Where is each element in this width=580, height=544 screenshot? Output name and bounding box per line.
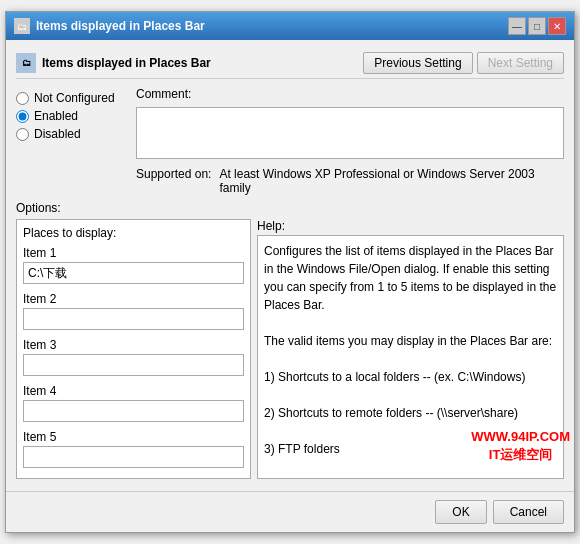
comment-section: Comment: Supported on: At least Windows … [136, 87, 564, 195]
title-bar: 🗂 Items displayed in Places Bar — □ ✕ [6, 12, 574, 40]
help-box[interactable]: Configures the list of items displayed i… [257, 235, 564, 479]
help-label: Help: [257, 219, 564, 233]
places-scroll[interactable]: Places to display: Item 1 Item 2 Item 3 [17, 220, 250, 478]
place-label-5: Item 5 [23, 430, 244, 444]
cancel-button[interactable]: Cancel [493, 500, 564, 524]
comment-label: Comment: [136, 87, 564, 101]
place-item-4: Item 4 [23, 384, 244, 422]
enabled-label: Enabled [34, 109, 78, 123]
two-col-layout: Places to display: Item 1 Item 2 Item 3 [16, 219, 564, 479]
footer: OK Cancel [6, 491, 574, 532]
disabled-radio[interactable] [16, 128, 29, 141]
place-label-2: Item 2 [23, 292, 244, 306]
disabled-option[interactable]: Disabled [16, 127, 136, 141]
options-label: Options: [16, 201, 564, 215]
previous-setting-button[interactable]: Previous Setting [363, 52, 472, 74]
header-row: 🗂 Items displayed in Places Bar Previous… [16, 48, 564, 79]
enabled-radio[interactable] [16, 110, 29, 123]
not-configured-option[interactable]: Not Configured [16, 91, 136, 105]
enabled-option[interactable]: Enabled [16, 109, 136, 123]
window-title: Items displayed in Places Bar [36, 19, 205, 33]
main-window: 🗂 Items displayed in Places Bar — □ ✕ 🗂 … [5, 11, 575, 533]
close-button[interactable]: ✕ [548, 17, 566, 35]
help-text: Configures the list of items displayed i… [264, 244, 556, 479]
meta-section: Not Configured Enabled Disabled Comment:… [16, 87, 564, 195]
place-input-4[interactable] [23, 400, 244, 422]
place-label-4: Item 4 [23, 384, 244, 398]
window-icon: 🗂 [14, 18, 30, 34]
next-setting-button[interactable]: Next Setting [477, 52, 564, 74]
not-configured-radio[interactable] [16, 92, 29, 105]
maximize-button[interactable]: □ [528, 17, 546, 35]
places-panel: Places to display: Item 1 Item 2 Item 3 [16, 219, 251, 479]
place-item-5: Item 5 [23, 430, 244, 468]
place-input-1[interactable] [23, 262, 244, 284]
title-buttons: — □ ✕ [508, 17, 566, 35]
supported-value: At least Windows XP Professional or Wind… [219, 167, 564, 195]
content-area: 🗂 Items displayed in Places Bar Previous… [6, 40, 574, 487]
place-label-1: Item 1 [23, 246, 244, 260]
left-panel: Places to display: Item 1 Item 2 Item 3 [16, 219, 251, 479]
place-input-5[interactable] [23, 446, 244, 468]
nav-buttons: Previous Setting Next Setting [363, 52, 564, 74]
disabled-label: Disabled [34, 127, 81, 141]
title-bar-left: 🗂 Items displayed in Places Bar [14, 18, 205, 34]
minimize-button[interactable]: — [508, 17, 526, 35]
radio-section: Not Configured Enabled Disabled [16, 87, 136, 145]
place-item-1: Item 1 [23, 246, 244, 284]
dialog-icon: 🗂 [16, 53, 36, 73]
place-input-3[interactable] [23, 354, 244, 376]
dialog-title-text: Items displayed in Places Bar [42, 56, 211, 70]
dialog-title: 🗂 Items displayed in Places Bar [16, 53, 211, 73]
places-title: Places to display: [23, 226, 244, 240]
not-configured-label: Not Configured [34, 91, 115, 105]
comment-textarea[interactable] [136, 107, 564, 159]
supported-row: Supported on: At least Windows XP Profes… [136, 167, 564, 195]
place-label-3: Item 3 [23, 338, 244, 352]
place-item-3: Item 3 [23, 338, 244, 376]
ok-button[interactable]: OK [435, 500, 486, 524]
right-panel: Help: Configures the list of items displ… [257, 219, 564, 479]
place-input-2[interactable] [23, 308, 244, 330]
place-item-2: Item 2 [23, 292, 244, 330]
supported-label: Supported on: [136, 167, 211, 195]
